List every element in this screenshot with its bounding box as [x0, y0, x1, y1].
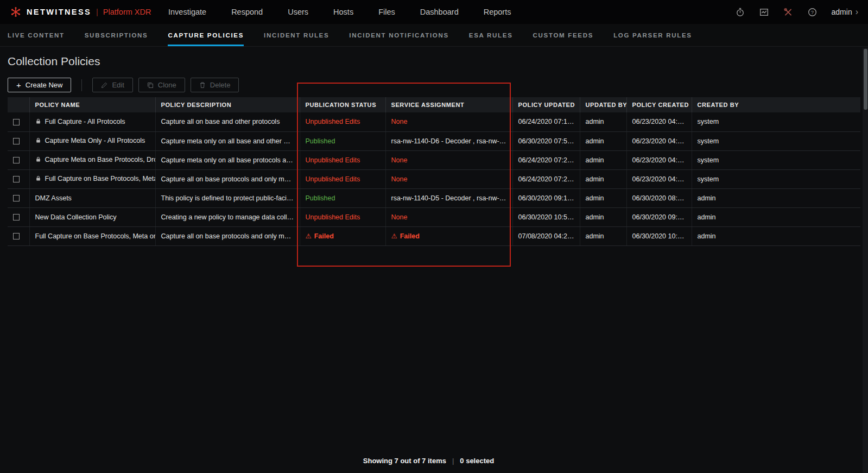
tab-incident-notifications[interactable]: INCIDENT NOTIFICATIONS — [349, 24, 449, 46]
column-header-policy-description[interactable]: POLICY DESCRIPTION — [155, 97, 300, 112]
warning-icon: ⚠ — [306, 232, 312, 240]
tab-esa-rules[interactable]: ESA RULES — [469, 24, 513, 46]
main-content: Collection Policies + Create New Edit Cl… — [0, 55, 868, 246]
policy-name: Full Capture - All Protocols — [45, 118, 125, 125]
updated-by: admin — [580, 169, 626, 188]
clone-button[interactable]: Clone — [138, 78, 185, 92]
edit-button[interactable]: Edit — [92, 78, 132, 92]
delete-button[interactable]: Delete — [191, 78, 239, 92]
policy-name-cell: New Data Collection Policy — [29, 207, 155, 226]
app-root: NETWITNESS | Platform XDR InvestigateRes… — [0, 0, 868, 473]
created-by: system — [692, 150, 860, 169]
row-checkbox[interactable] — [13, 119, 20, 125]
service-text: None — [391, 213, 408, 221]
jobs-icon[interactable] — [759, 8, 769, 17]
service-assignment-cell: rsa-nw-1140-D5 - Decoder , rsa-nw-114... — [385, 188, 512, 207]
status-text: Unpublished Edits — [306, 213, 360, 221]
column-header-publication-status[interactable]: PUBLICATION STATUS — [300, 97, 385, 112]
table-row[interactable]: Full Capture on Base Protocols, Meta on.… — [8, 226, 860, 245]
publication-status-cell: Unpublished Edits — [300, 169, 385, 188]
publication-status: Unpublished Edits — [306, 175, 360, 183]
policy-name-wrap: DMZ Assets — [35, 194, 72, 202]
tab-log-parser-rules[interactable]: LOG PARSER RULES — [613, 24, 692, 46]
timer-icon[interactable] — [736, 8, 745, 17]
row-checkbox-cell — [8, 150, 29, 169]
service-assignment: None — [391, 213, 408, 221]
publication-status-cell: Unpublished Edits — [300, 112, 385, 131]
policy-name-wrap: Capture Meta on Base Protocols, Dro... — [35, 156, 150, 163]
table-row[interactable]: Capture Meta on Base Protocols, Dro...Ca… — [8, 150, 860, 169]
column-header-policy-name[interactable]: POLICY NAME — [29, 97, 155, 112]
service-assignment-cell: None — [385, 207, 512, 226]
column-header-policy-updated[interactable]: POLICY UPDATED — [512, 97, 580, 112]
nav-item-users[interactable]: Users — [288, 8, 308, 16]
table-row[interactable]: Capture Meta Only - All ProtocolsCapture… — [8, 131, 860, 150]
row-checkbox-cell — [8, 188, 29, 207]
scrollbar[interactable] — [863, 48, 868, 473]
service-assignment: rsa-nw-1140-D5 - Decoder , rsa-nw-114... — [391, 194, 513, 202]
plus-icon: + — [16, 81, 21, 89]
created-by: system — [692, 169, 860, 188]
publication-status-cell: Published — [300, 188, 385, 207]
brand-name: NETWITNESS — [27, 8, 91, 16]
policy-name: Capture Meta on Base Protocols, Dro... — [45, 156, 156, 163]
user-menu[interactable]: admin › — [832, 8, 858, 16]
publication-status-cell: ⚠Failed — [300, 226, 385, 245]
row-checkbox[interactable] — [13, 195, 20, 201]
updated-by: admin — [580, 226, 626, 245]
policy-created: 06/30/2020 10:15:... — [626, 226, 692, 245]
nav-item-investigate[interactable]: Investigate — [168, 8, 206, 16]
policy-updated: 06/24/2020 07:21:... — [512, 150, 580, 169]
table-row[interactable]: New Data Collection PolicyCreating a new… — [8, 207, 860, 226]
row-checkbox[interactable] — [13, 157, 20, 163]
column-header-updated-by[interactable]: UPDATED BY — [580, 97, 626, 112]
row-checkbox[interactable] — [13, 214, 20, 220]
table-row[interactable]: Full Capture on Base Protocols, Meta ...… — [8, 169, 860, 188]
tab-subscriptions[interactable]: SUBSCRIPTIONS — [85, 24, 148, 46]
brand[interactable]: NETWITNESS | Platform XDR — [10, 6, 157, 18]
publication-status-cell: Unpublished Edits — [300, 207, 385, 226]
top-right-controls: ? admin › — [736, 8, 858, 17]
service-assignment-cell: ⚠Failed — [385, 226, 512, 245]
updated-by: admin — [580, 112, 626, 131]
service-assignment: None — [391, 156, 408, 164]
tab-live-content[interactable]: LIVE CONTENT — [8, 24, 65, 46]
publication-status: Unpublished Edits — [306, 156, 360, 164]
column-header-policy-created[interactable]: POLICY CREATED — [626, 97, 692, 112]
column-header-service-assignment[interactable]: SERVICE ASSIGNMENT — [385, 97, 512, 112]
tab-capture-policies[interactable]: CAPTURE POLICIES — [168, 24, 244, 46]
nav-item-hosts[interactable]: Hosts — [333, 8, 353, 16]
tools-icon[interactable] — [783, 8, 793, 17]
updated-by: admin — [580, 150, 626, 169]
policy-updated: 06/30/2020 10:59:... — [512, 207, 580, 226]
policy-name-cell: Capture Meta on Base Protocols, Dro... — [29, 150, 155, 169]
policy-name: Full Capture on Base Protocols, Meta ... — [45, 175, 156, 182]
row-checkbox[interactable] — [13, 176, 20, 182]
scrollbar-thumb[interactable] — [864, 49, 867, 110]
policy-name-cell: Full Capture on Base Protocols, Meta ... — [29, 169, 155, 188]
column-header-created-by[interactable]: CREATED BY — [692, 97, 860, 112]
create-new-button[interactable]: + Create New — [8, 78, 71, 92]
lock-icon — [35, 175, 41, 181]
publication-status: Published — [306, 194, 335, 202]
tab-incident-rules[interactable]: INCIDENT RULES — [264, 24, 329, 46]
row-checkbox[interactable] — [13, 138, 20, 144]
tab-custom-feeds[interactable]: CUSTOM FEEDS — [533, 24, 594, 46]
nav-item-dashboard[interactable]: Dashboard — [420, 8, 459, 16]
policy-updated: 06/30/2020 09:14:... — [512, 188, 580, 207]
nav-item-respond[interactable]: Respond — [231, 8, 263, 16]
help-icon[interactable]: ? — [808, 8, 817, 17]
policy-name: DMZ Assets — [35, 194, 72, 202]
policy-created: 06/23/2020 04:24:... — [626, 112, 692, 131]
row-checkbox[interactable] — [13, 233, 20, 239]
pencil-icon — [101, 82, 107, 89]
policy-description: Capture all on base and other protocols — [155, 112, 300, 131]
table-row[interactable]: Full Capture - All ProtocolsCapture all … — [8, 112, 860, 131]
nav-item-reports[interactable]: Reports — [484, 8, 511, 16]
table-row[interactable]: DMZ AssetsThis policy is defined to prot… — [8, 188, 860, 207]
nav-item-files[interactable]: Files — [378, 8, 395, 16]
service-assignment-cell: None — [385, 112, 512, 131]
policy-name-wrap: Full Capture on Base Protocols, Meta ... — [35, 175, 150, 182]
policy-name: Capture Meta Only - All Protocols — [45, 137, 145, 144]
secondary-tabs: LIVE CONTENTSUBSCRIPTIONSCAPTURE POLICIE… — [0, 24, 868, 47]
